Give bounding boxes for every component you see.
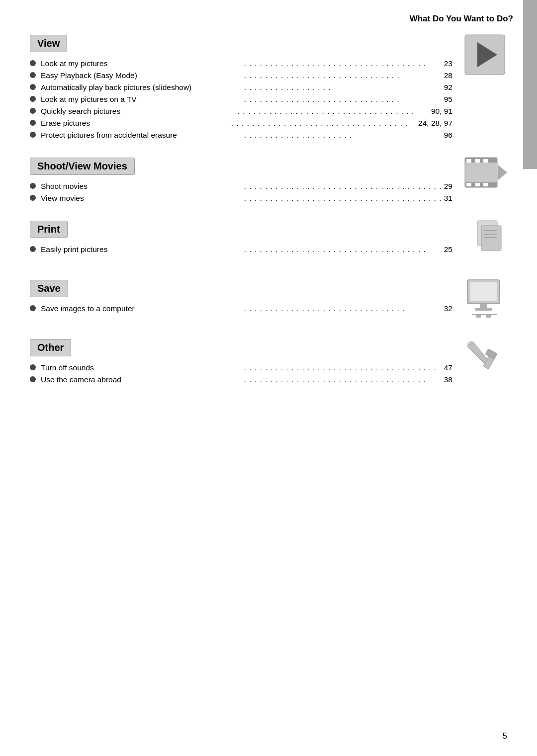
section-movies-entries: Shoot/View Movies Shoot movies . . . . .… xyxy=(30,158,452,206)
section-save-entries: Save Save images to a computer . . . . .… xyxy=(30,280,452,316)
other-icon xyxy=(462,336,507,383)
svg-rect-5 xyxy=(466,159,471,163)
save-icon xyxy=(462,277,507,324)
bullet-icon xyxy=(30,183,36,189)
bullet-icon xyxy=(30,195,36,201)
section-other-row: Other Turn off sounds . . . . . . . . . … xyxy=(30,339,507,387)
printer-icon xyxy=(462,218,507,263)
section-movies-row: Shoot/View Movies Shoot movies . . . . .… xyxy=(30,158,507,206)
section-view-entries: View Look at my pictures . . . . . . . .… xyxy=(30,35,452,143)
bullet-icon xyxy=(30,364,36,370)
svg-rect-7 xyxy=(483,159,488,163)
bullet-icon xyxy=(30,96,36,102)
page-header: What Do You Want to Do? xyxy=(410,14,513,24)
toc-entry-3-0: Save images to a computer . . . . . . . … xyxy=(30,304,452,313)
bullet-icon xyxy=(30,108,36,114)
toc-entry-4-1: Use the camera abroad . . . . . . . . . … xyxy=(30,375,452,384)
toc-entry-0-5: Erase pictures . . . . . . . . . . . . .… xyxy=(30,119,452,128)
section-save: Save Save images to a computer . . . . .… xyxy=(30,280,507,324)
svg-rect-19 xyxy=(480,304,487,309)
svg-rect-13 xyxy=(481,226,501,251)
section-view: View Look at my pictures . . . . . . . .… xyxy=(30,35,507,143)
svg-rect-10 xyxy=(483,183,488,186)
section-print: Print Easily print pictures . . . . . . … xyxy=(30,221,507,265)
section-movies-header: Shoot/View Movies xyxy=(30,158,135,175)
svg-rect-9 xyxy=(475,183,480,186)
section-save-header: Save xyxy=(30,280,68,297)
page-number: 5 xyxy=(503,731,507,741)
view-icon xyxy=(462,32,507,79)
toc-entry-0-0: Look at my pictures . . . . . . . . . . … xyxy=(30,59,452,68)
svg-marker-11 xyxy=(498,165,507,180)
toc-entry-0-4: Quickly search pictures . . . . . . . . … xyxy=(30,107,452,116)
bullet-icon xyxy=(30,246,36,252)
print-icon xyxy=(462,218,507,265)
movies-icon xyxy=(462,155,507,192)
side-tab xyxy=(523,0,537,169)
section-other: Other Turn off sounds . . . . . . . . . … xyxy=(30,339,507,387)
bullet-icon xyxy=(30,305,36,311)
svg-rect-22 xyxy=(476,315,481,318)
section-other-header: Other xyxy=(30,339,71,356)
play-icon xyxy=(462,32,507,77)
section-movies: Shoot/View Movies Shoot movies . . . . .… xyxy=(30,158,507,206)
section-other-entries: Other Turn off sounds . . . . . . . . . … xyxy=(30,339,452,387)
bullet-icon xyxy=(30,84,36,90)
section-view-header: View xyxy=(30,35,67,52)
section-print-row: Print Easily print pictures . . . . . . … xyxy=(30,221,507,265)
page-container: What Do You Want to Do? View Look at my … xyxy=(0,0,537,756)
movie-icon xyxy=(462,155,507,190)
main-content: View Look at my pictures . . . . . . . .… xyxy=(30,35,507,726)
bullet-icon xyxy=(30,72,36,78)
svg-rect-18 xyxy=(470,282,497,301)
svg-rect-6 xyxy=(475,159,480,163)
svg-rect-8 xyxy=(466,183,471,186)
toc-entry-2-0: Easily print pictures . . . . . . . . . … xyxy=(30,245,452,254)
svg-rect-20 xyxy=(475,308,492,311)
toc-entry-0-1: Easy Playback (Easy Mode) . . . . . . . … xyxy=(30,71,452,80)
toc-entry-4-0: Turn off sounds . . . . . . . . . . . . … xyxy=(30,363,452,372)
section-print-entries: Print Easily print pictures . . . . . . … xyxy=(30,221,452,257)
svg-rect-23 xyxy=(486,315,491,318)
section-save-row: Save Save images to a computer . . . . .… xyxy=(30,280,507,324)
bullet-icon xyxy=(30,376,36,382)
section-view-row: View Look at my pictures . . . . . . . .… xyxy=(30,35,507,143)
computer-icon xyxy=(462,277,507,322)
bullet-icon xyxy=(30,60,36,66)
toc-entry-0-2: Automatically play back pictures (slides… xyxy=(30,83,452,92)
bullet-icon xyxy=(30,120,36,126)
bullet-icon xyxy=(30,132,36,138)
toc-entry-1-0: Shoot movies . . . . . . . . . . . . . .… xyxy=(30,182,452,191)
header-title: What Do You Want to Do? xyxy=(410,14,513,23)
tools-icon xyxy=(462,336,507,381)
toc-entry-0-6: Protect pictures from accidental erasure… xyxy=(30,131,452,140)
section-print-header: Print xyxy=(30,221,68,238)
toc-entry-0-3: Look at my pictures on a TV . . . . . . … xyxy=(30,95,452,104)
toc-entry-1-1: View movies . . . . . . . . . . . . . . … xyxy=(30,194,452,203)
